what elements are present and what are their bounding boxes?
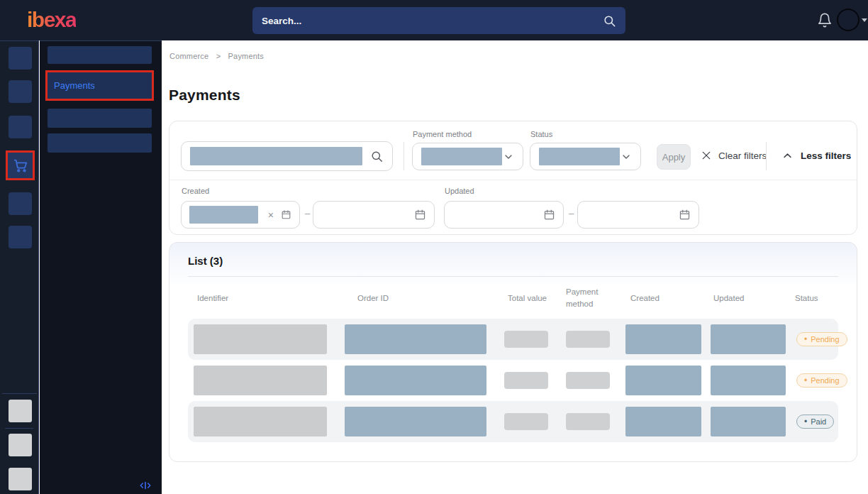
col-created: Created [625,294,711,302]
status-badge: • Paid [796,415,834,429]
table-body: • Pending • Pending [188,319,838,442]
sidebar-item-payments[interactable]: Payments [48,80,95,91]
redacted-value [421,148,502,165]
table-row[interactable]: • Paid [188,401,838,442]
secondary-sidebar: Payments [40,40,162,494]
nav-icon-tile-6[interactable] [9,226,32,248]
redacted-total-value [504,372,548,389]
redacted-value [190,147,362,165]
filter-search-input[interactable] [181,141,393,171]
breadcrumb: Commerce > Payments [169,52,264,60]
redacted-updated [711,366,786,395]
updated-from-date-input[interactable] [444,201,564,229]
payment-method-select[interactable] [412,143,523,170]
redacted-updated [711,407,786,437]
topbar: ibexa [0,0,868,40]
annotation-highlight-payments: Payments [45,70,154,101]
redacted-payment-method [566,413,610,430]
table-row[interactable]: • Pending [188,360,838,401]
chevron-down-icon [503,151,514,163]
status-text: Paid [811,417,826,426]
col-total-value: Total value [504,294,566,302]
nav-icon-tile-3[interactable] [9,116,32,138]
cart-icon[interactable] [13,158,28,173]
search-icon[interactable] [370,150,384,163]
bell-icon[interactable] [817,12,833,28]
avatar[interactable] [837,9,859,31]
status-dot-icon: • [804,335,807,344]
redacted-value [189,206,258,224]
payments-list-panel: List (3) Identifier Order ID Total value… [169,242,857,462]
redacted-updated [711,324,786,354]
date-range-separator: – [305,208,310,219]
rail-bottom-tile-3[interactable] [9,468,32,490]
breadcrumb-commerce[interactable]: Commerce [169,52,208,60]
nav-icon-tile-1[interactable] [9,47,32,70]
clear-date-icon[interactable]: × [268,209,274,221]
clear-filters-button[interactable]: Clear filters [701,150,767,161]
sidebar-item-3[interactable] [48,109,152,128]
filter-row-divider [169,180,857,180]
created-from-date-input[interactable]: × [181,201,300,229]
date-range-separator: – [569,208,574,219]
calendar-icon[interactable] [281,209,291,221]
updated-label: Updated [445,187,474,195]
redacted-order-id [345,324,486,354]
redacted-total-value [504,413,548,430]
calendar-icon[interactable] [543,209,555,221]
global-search-input[interactable] [262,16,603,26]
col-status: Status [794,294,838,302]
redacted-identifier [194,407,327,437]
payment-method-label: Payment method [413,130,472,138]
filters-panel: Payment method Status Apply Clear filter… [169,121,857,235]
redacted-created [625,407,701,437]
created-to-date-input[interactable] [313,201,435,229]
list-title: List (3) [188,255,223,267]
nav-icon-tile-2[interactable] [9,80,32,103]
updated-to-date-input[interactable] [577,201,699,229]
redacted-identifier [194,324,327,354]
rail-bottom-tile-1[interactable] [9,400,32,422]
page-title: Payments [169,87,240,104]
annotation-highlight-cart [6,150,35,180]
redacted-created [625,324,701,354]
search-icon[interactable] [603,14,616,28]
redacted-payment-method [566,331,610,348]
sidebar-collapse-icon[interactable] [138,479,152,492]
status-dot-icon: • [804,417,807,426]
redacted-order-id [345,407,486,437]
redacted-order-id [345,366,486,395]
sidebar-item-4[interactable] [48,133,152,153]
clear-filters-label: Clear filters [718,150,767,161]
calendar-icon[interactable] [679,209,691,221]
less-filters-label: Less filters [801,150,851,161]
table-header: Identifier Order ID Total value Payment … [188,277,838,319]
status-select[interactable] [530,143,641,170]
col-identifier: Identifier [188,294,345,302]
rail-bottom-tile-2[interactable] [9,434,32,456]
redacted-payment-method [566,372,610,389]
less-filters-button[interactable]: Less filters [782,150,851,161]
chevron-up-icon [782,150,793,161]
rail-divider-small [5,428,33,429]
redacted-value [539,148,620,165]
status-text: Pending [811,335,839,344]
redacted-created [625,366,701,395]
status-badge: • Pending [796,332,847,346]
global-search[interactable] [252,7,625,34]
breadcrumb-payments[interactable]: Payments [228,52,265,60]
redacted-identifier [194,366,327,395]
ibexa-logo[interactable]: ibexa [27,8,76,32]
status-dot-icon: • [804,376,807,385]
status-label: Status [530,130,552,138]
created-label: Created [182,187,209,195]
nav-icon-tile-5[interactable] [9,192,32,215]
apply-button[interactable]: Apply [657,144,691,170]
icon-rail [0,40,39,494]
sidebar-item-1[interactable] [48,46,152,64]
table-row[interactable]: • Pending [188,319,838,360]
avatar-caret-down-icon[interactable] [862,18,867,22]
chevron-down-icon [621,151,632,163]
calendar-icon[interactable] [414,209,426,221]
filter-divider [404,142,404,170]
